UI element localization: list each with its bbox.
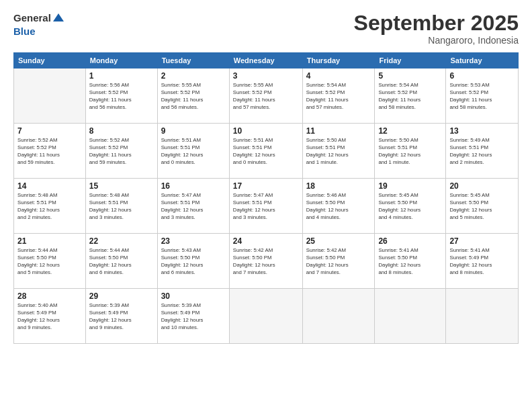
day-number: 30 [161,291,226,301]
day-info: Sunrise: 5:51 AMSunset: 5:51 PMDaylight:… [233,137,299,167]
day-cell: 21Sunrise: 5:44 AMSunset: 5:50 PMDayligh… [14,234,86,289]
day-info: Sunrise: 5:50 AMSunset: 5:51 PMDaylight:… [306,137,371,167]
day-number: 23 [161,236,226,246]
header-day-wednesday: Wednesday [229,53,302,68]
day-number: 28 [17,291,82,301]
day-cell: 28Sunrise: 5:40 AMSunset: 5:49 PMDayligh… [14,289,86,344]
day-info: Sunrise: 5:53 AMSunset: 5:52 PMDaylight:… [449,82,515,111]
day-number: 21 [17,236,82,246]
day-info: Sunrise: 5:49 AMSunset: 5:51 PMDaylight:… [449,137,515,167]
calendar-table: SundayMondayTuesdayWednesdayThursdayFrid… [13,52,519,344]
day-info: Sunrise: 5:42 AMSunset: 5:50 PMDaylight:… [233,247,299,277]
calendar-title: September 2025 [354,12,519,34]
day-cell: 27Sunrise: 5:41 AMSunset: 5:49 PMDayligh… [446,234,519,289]
day-number: 17 [233,181,299,191]
header-day-saturday: Saturday [446,53,519,68]
day-info: Sunrise: 5:47 AMSunset: 5:51 PMDaylight:… [161,192,226,222]
day-number: 26 [378,236,442,246]
day-info: Sunrise: 5:52 AMSunset: 5:52 PMDaylight:… [17,137,82,167]
day-number: 29 [89,291,154,301]
day-cell: 25Sunrise: 5:42 AMSunset: 5:50 PMDayligh… [302,234,375,289]
day-number: 1 [89,71,154,81]
day-info: Sunrise: 5:48 AMSunset: 5:51 PMDaylight:… [89,192,154,222]
week-row-3: 14Sunrise: 5:48 AMSunset: 5:51 PMDayligh… [14,179,519,234]
day-info: Sunrise: 5:56 AMSunset: 5:52 PMDaylight:… [89,82,154,111]
logo: General Blue [13,12,65,37]
day-number: 2 [161,71,226,81]
day-number: 6 [449,71,515,81]
day-info: Sunrise: 5:52 AMSunset: 5:52 PMDaylight:… [89,137,154,167]
logo-icon [52,12,65,26]
day-cell: 11Sunrise: 5:50 AMSunset: 5:51 PMDayligh… [302,124,375,179]
day-info: Sunrise: 5:54 AMSunset: 5:52 PMDaylight:… [378,82,442,111]
day-cell: 10Sunrise: 5:51 AMSunset: 5:51 PMDayligh… [229,124,302,179]
day-number: 15 [89,181,154,191]
day-cell: 30Sunrise: 5:39 AMSunset: 5:49 PMDayligh… [157,289,229,344]
day-info: Sunrise: 5:40 AMSunset: 5:49 PMDaylight:… [17,302,82,332]
day-cell: 23Sunrise: 5:43 AMSunset: 5:50 PMDayligh… [157,234,229,289]
day-number: 25 [306,236,371,246]
day-number: 24 [233,236,299,246]
day-info: Sunrise: 5:42 AMSunset: 5:50 PMDaylight:… [306,247,371,277]
day-info: Sunrise: 5:46 AMSunset: 5:50 PMDaylight:… [306,192,371,222]
day-number: 9 [161,126,226,136]
day-number: 18 [306,181,371,191]
day-info: Sunrise: 5:44 AMSunset: 5:50 PMDaylight:… [17,247,82,277]
day-info: Sunrise: 5:43 AMSunset: 5:50 PMDaylight:… [161,247,226,277]
day-info: Sunrise: 5:45 AMSunset: 5:50 PMDaylight:… [378,192,442,222]
day-info: Sunrise: 5:39 AMSunset: 5:49 PMDaylight:… [161,302,226,332]
week-row-5: 28Sunrise: 5:40 AMSunset: 5:49 PMDayligh… [14,289,519,344]
day-info: Sunrise: 5:54 AMSunset: 5:52 PMDaylight:… [306,82,371,111]
day-cell: 8Sunrise: 5:52 AMSunset: 5:52 PMDaylight… [85,124,157,179]
header-day-friday: Friday [375,53,446,68]
day-number: 3 [233,71,299,81]
day-cell: 7Sunrise: 5:52 AMSunset: 5:52 PMDaylight… [14,124,86,179]
day-info: Sunrise: 5:50 AMSunset: 5:51 PMDaylight:… [378,137,442,167]
day-cell [229,289,302,344]
day-number: 5 [378,71,442,81]
day-cell [375,289,446,344]
day-info: Sunrise: 5:45 AMSunset: 5:50 PMDaylight:… [449,192,515,222]
header-day-thursday: Thursday [302,53,375,68]
day-cell: 18Sunrise: 5:46 AMSunset: 5:50 PMDayligh… [302,179,375,234]
day-cell: 6Sunrise: 5:53 AMSunset: 5:52 PMDaylight… [446,68,519,124]
day-number: 19 [378,181,442,191]
day-cell [446,289,519,344]
logo-blue-text: Blue [13,26,65,37]
day-cell: 16Sunrise: 5:47 AMSunset: 5:51 PMDayligh… [157,179,229,234]
day-cell: 13Sunrise: 5:49 AMSunset: 5:51 PMDayligh… [446,124,519,179]
day-cell: 5Sunrise: 5:54 AMSunset: 5:52 PMDaylight… [375,68,446,124]
svg-marker-0 [53,13,64,21]
day-number: 20 [449,181,515,191]
week-row-4: 21Sunrise: 5:44 AMSunset: 5:50 PMDayligh… [14,234,519,289]
day-cell: 24Sunrise: 5:42 AMSunset: 5:50 PMDayligh… [229,234,302,289]
day-cell: 20Sunrise: 5:45 AMSunset: 5:50 PMDayligh… [446,179,519,234]
day-cell: 2Sunrise: 5:55 AMSunset: 5:52 PMDaylight… [157,68,229,124]
day-number: 10 [233,126,299,136]
day-number: 22 [89,236,154,246]
day-info: Sunrise: 5:44 AMSunset: 5:50 PMDaylight:… [89,247,154,277]
day-number: 13 [449,126,515,136]
day-cell: 12Sunrise: 5:50 AMSunset: 5:51 PMDayligh… [375,124,446,179]
day-cell: 3Sunrise: 5:55 AMSunset: 5:52 PMDaylight… [229,68,302,124]
header-day-tuesday: Tuesday [157,53,229,68]
day-cell: 15Sunrise: 5:48 AMSunset: 5:51 PMDayligh… [85,179,157,234]
day-cell: 22Sunrise: 5:44 AMSunset: 5:50 PMDayligh… [85,234,157,289]
day-cell: 26Sunrise: 5:41 AMSunset: 5:50 PMDayligh… [375,234,446,289]
day-number: 16 [161,181,226,191]
calendar-subtitle: Nangaroro, Indonesia [354,35,519,46]
day-number: 14 [17,181,82,191]
day-info: Sunrise: 5:39 AMSunset: 5:49 PMDaylight:… [89,302,154,332]
header-day-monday: Monday [85,53,157,68]
header-day-sunday: Sunday [14,53,86,68]
day-cell: 1Sunrise: 5:56 AMSunset: 5:52 PMDaylight… [85,68,157,124]
day-cell: 19Sunrise: 5:45 AMSunset: 5:50 PMDayligh… [375,179,446,234]
week-row-2: 7Sunrise: 5:52 AMSunset: 5:52 PMDaylight… [14,124,519,179]
day-number: 4 [306,71,371,81]
day-number: 7 [17,126,82,136]
day-info: Sunrise: 5:51 AMSunset: 5:51 PMDaylight:… [161,137,226,167]
day-cell [14,68,86,124]
title-block: September 2025 Nangaroro, Indonesia [354,12,519,46]
day-info: Sunrise: 5:47 AMSunset: 5:51 PMDaylight:… [233,192,299,222]
page-header: General Blue September 2025 Nangaroro, I… [13,12,519,46]
